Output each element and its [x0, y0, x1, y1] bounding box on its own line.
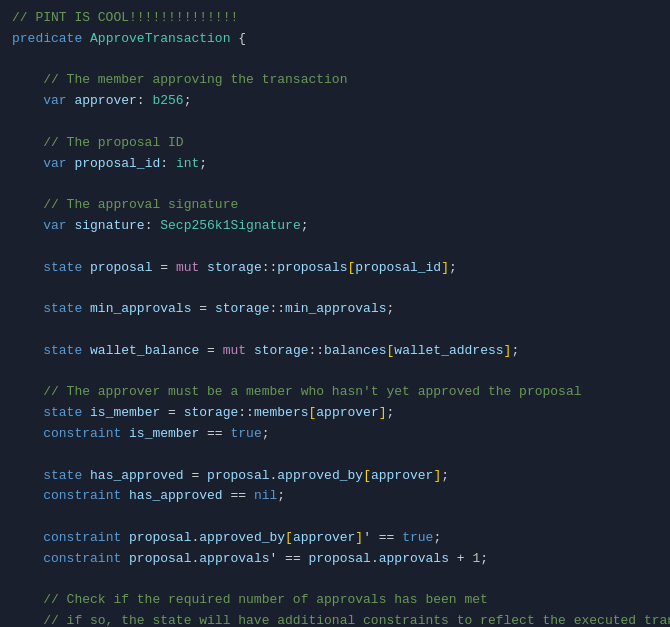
code-token: ::: [238, 405, 254, 420]
code-token: approvals: [379, 551, 449, 566]
code-token: [: [363, 468, 371, 483]
code-line: predicate ApproveTransaction {: [12, 29, 658, 50]
code-token: ;: [199, 156, 207, 171]
code-token: proposal: [90, 260, 152, 275]
code-token: wallet_address: [394, 343, 503, 358]
code-token: proposal: [207, 468, 269, 483]
code-token: =: [160, 405, 183, 420]
code-token: proposal_id: [74, 156, 160, 171]
code-token: ;: [277, 488, 285, 503]
code-line: constraint is_member == true;: [12, 424, 658, 445]
code-token: =: [184, 468, 207, 483]
code-token: [246, 343, 254, 358]
code-token: ==: [223, 488, 254, 503]
code-token: proposal_id: [355, 260, 441, 275]
code-token: storage: [207, 260, 262, 275]
code-token: [82, 260, 90, 275]
code-token: approver: [316, 405, 378, 420]
code-token: [12, 468, 43, 483]
code-token: [12, 488, 43, 503]
code-token: proposals: [277, 260, 347, 275]
code-line: state proposal = mut storage::proposals[…: [12, 258, 658, 279]
code-line: [12, 445, 658, 466]
code-token: ;: [480, 551, 488, 566]
code-token: // The member approving the transaction: [12, 72, 347, 87]
code-token: proposal: [309, 551, 371, 566]
code-token: true: [402, 530, 433, 545]
code-token: state: [43, 405, 82, 420]
code-token: ]: [379, 405, 387, 420]
code-token: [12, 343, 43, 358]
code-token: =: [199, 343, 222, 358]
code-token: [199, 260, 207, 275]
code-token: ::: [269, 301, 285, 316]
code-token: ;: [387, 301, 395, 316]
code-token: int: [176, 156, 199, 171]
code-token: var: [43, 93, 66, 108]
code-token: // PINT IS COOL!!!!!!!!!!!!!!: [12, 10, 238, 25]
code-line: // The proposal ID: [12, 133, 658, 154]
code-token: wallet_balance: [90, 343, 199, 358]
code-token: constraint: [43, 426, 121, 441]
code-token: ;: [449, 260, 457, 275]
code-token: :: [160, 156, 176, 171]
code-token: [12, 218, 43, 233]
code-token: [12, 93, 43, 108]
code-token: =: [152, 260, 175, 275]
code-token: ::: [262, 260, 278, 275]
code-token: approved_by: [199, 530, 285, 545]
code-token: balances: [324, 343, 386, 358]
code-token: // if so, the state will have additional…: [12, 613, 670, 627]
code-line: [12, 278, 658, 299]
code-token: ;: [387, 405, 395, 420]
code-token: [82, 343, 90, 358]
code-token: [12, 156, 43, 171]
code-line: state has_approved = proposal.approved_b…: [12, 466, 658, 487]
code-token: ==: [199, 426, 230, 441]
code-line: [12, 112, 658, 133]
code-block: // PINT IS COOL!!!!!!!!!!!!!!predicate A…: [0, 0, 670, 627]
code-token: state: [43, 343, 82, 358]
code-token: ;: [262, 426, 270, 441]
code-token: nil: [254, 488, 277, 503]
code-token: constraint: [43, 488, 121, 503]
code-token: [12, 405, 43, 420]
code-token: [12, 260, 43, 275]
code-line: constraint proposal.approved_by[approver…: [12, 528, 658, 549]
code-line: state min_approvals = storage::min_appro…: [12, 299, 658, 320]
code-token: state: [43, 301, 82, 316]
code-line: // The member approving the transaction: [12, 70, 658, 91]
code-token: constraint: [43, 530, 121, 545]
code-token: b256: [152, 93, 183, 108]
code-line: [12, 237, 658, 258]
code-token: ]: [355, 530, 363, 545]
code-token: .: [371, 551, 379, 566]
code-line: // The approval signature: [12, 195, 658, 216]
code-token: approved_by: [277, 468, 363, 483]
code-token: {: [230, 31, 246, 46]
code-line: var signature: Secp256k1Signature;: [12, 216, 658, 237]
code-token: min_approvals: [90, 301, 191, 316]
code-token: [82, 405, 90, 420]
code-token: ;: [511, 343, 519, 358]
code-line: // The approver must be a member who has…: [12, 382, 658, 403]
code-token: mut: [176, 260, 199, 275]
code-token: [121, 551, 129, 566]
code-token: [: [285, 530, 293, 545]
code-token: members: [254, 405, 309, 420]
code-line: [12, 570, 658, 591]
code-token: // Check if the required number of appro…: [12, 592, 488, 607]
code-token: [121, 488, 129, 503]
code-token: ' ==: [363, 530, 402, 545]
code-line: // PINT IS COOL!!!!!!!!!!!!!!: [12, 8, 658, 29]
code-line: // Check if the required number of appro…: [12, 590, 658, 611]
code-token: [121, 426, 129, 441]
code-token: var: [43, 218, 66, 233]
code-token: ;: [441, 468, 449, 483]
code-line: [12, 174, 658, 195]
code-token: approver: [371, 468, 433, 483]
code-token: state: [43, 260, 82, 275]
code-token: [12, 551, 43, 566]
code-token: min_approvals: [285, 301, 386, 316]
code-token: state: [43, 468, 82, 483]
